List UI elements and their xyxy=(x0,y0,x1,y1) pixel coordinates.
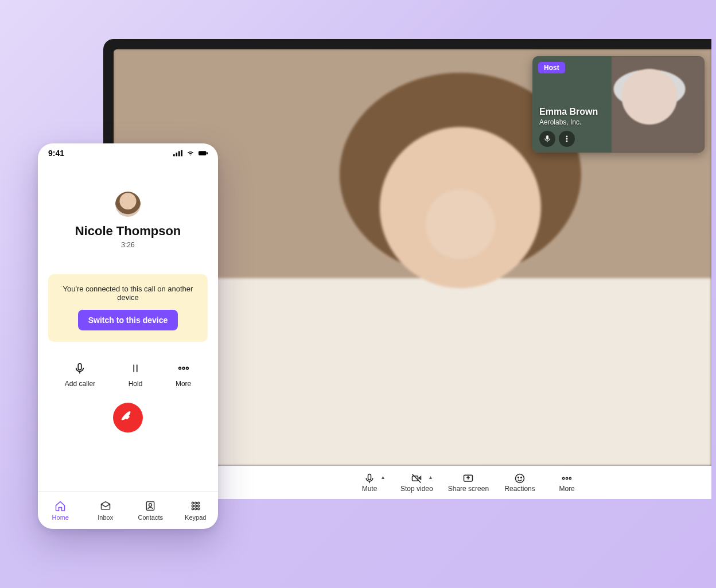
svg-rect-18 xyxy=(178,151,180,156)
svg-point-12 xyxy=(521,477,522,478)
svg-rect-16 xyxy=(173,154,175,157)
svg-point-14 xyxy=(566,477,567,479)
svg-point-36 xyxy=(197,505,199,507)
svg-rect-17 xyxy=(176,153,177,156)
more-horizontal-icon xyxy=(177,362,190,375)
wifi-icon xyxy=(186,150,195,157)
phone-nav-bar: Home Inbox Contacts Keypad xyxy=(38,491,218,529)
svg-point-1 xyxy=(566,136,567,137)
svg-point-27 xyxy=(182,367,185,369)
svg-point-2 xyxy=(566,138,567,139)
caller-avatar xyxy=(115,192,141,217)
svg-point-13 xyxy=(563,477,565,479)
svg-rect-29 xyxy=(147,501,154,510)
nav-inbox[interactable]: Inbox xyxy=(83,492,129,529)
mic-icon xyxy=(364,473,375,484)
mute-button[interactable]: ▴ Mute xyxy=(353,472,386,493)
status-time: 9:41 xyxy=(48,149,64,158)
svg-point-33 xyxy=(197,502,199,504)
pip-participant-name: Emma Brown xyxy=(539,107,598,117)
pip-more-button[interactable] xyxy=(559,131,575,147)
pause-icon xyxy=(129,362,142,375)
svg-point-32 xyxy=(194,502,196,504)
desktop-more-label: More xyxy=(559,485,574,493)
pip-thumbnail[interactable]: Host Emma Brown Aerolabs, Inc. xyxy=(532,56,705,153)
add-caller-button[interactable]: Add caller xyxy=(65,361,95,388)
chevron-up-icon[interactable]: ▴ xyxy=(429,474,432,480)
nav-contacts-label: Contacts xyxy=(138,514,163,521)
svg-point-35 xyxy=(194,505,196,507)
smile-icon xyxy=(514,473,526,484)
more-vertical-icon xyxy=(563,135,571,143)
contacts-icon xyxy=(145,500,156,512)
keypad-icon xyxy=(190,500,201,512)
share-screen-icon xyxy=(462,473,474,484)
home-icon xyxy=(55,500,66,512)
hold-label: Hold xyxy=(129,380,143,388)
hangup-button[interactable] xyxy=(113,403,143,433)
nav-keypad[interactable]: Keypad xyxy=(173,492,219,529)
svg-point-39 xyxy=(197,508,199,509)
reactions-label: Reactions xyxy=(504,485,535,493)
svg-point-11 xyxy=(518,477,519,478)
call-action-row: Add caller Hold More xyxy=(48,361,208,388)
pip-info: Emma Brown Aerolabs, Inc. xyxy=(539,107,598,147)
phone-more-button[interactable]: More xyxy=(176,361,191,388)
svg-point-3 xyxy=(566,141,567,142)
desktop-more-button[interactable]: More xyxy=(551,472,583,493)
switch-device-button[interactable]: Switch to this device xyxy=(78,310,178,330)
video-off-icon xyxy=(411,473,422,484)
svg-point-30 xyxy=(149,503,152,506)
svg-point-31 xyxy=(192,502,193,504)
nav-inbox-label: Inbox xyxy=(98,514,113,521)
nav-keypad-label: Keypad xyxy=(185,514,206,521)
svg-point-38 xyxy=(194,508,196,509)
device-switch-notice: You're connected to this call on another… xyxy=(48,274,208,342)
host-badge: Host xyxy=(538,62,565,73)
svg-point-28 xyxy=(186,367,188,369)
mute-label: Mute xyxy=(362,485,378,493)
notice-text: You're connected to this call on another… xyxy=(56,285,200,302)
nav-home[interactable]: Home xyxy=(38,492,83,529)
cellular-icon xyxy=(173,150,182,157)
inbox-icon xyxy=(100,500,111,512)
pip-mic-button[interactable] xyxy=(539,131,555,147)
share-screen-button[interactable]: Share screen xyxy=(448,472,489,493)
phone-call-screen: Nicole Thompson 3:26 You're connected to… xyxy=(38,163,218,491)
svg-point-34 xyxy=(192,505,193,507)
mic-icon xyxy=(543,135,551,143)
svg-rect-22 xyxy=(79,364,82,370)
svg-rect-20 xyxy=(199,151,207,155)
svg-rect-19 xyxy=(181,150,182,157)
stop-video-button[interactable]: ▴ Stop video xyxy=(400,472,433,493)
svg-point-10 xyxy=(516,474,524,483)
svg-point-15 xyxy=(569,477,571,479)
chevron-up-icon[interactable]: ▴ xyxy=(382,474,384,480)
add-caller-label: Add caller xyxy=(65,380,95,388)
svg-point-37 xyxy=(192,508,193,509)
share-screen-label: Share screen xyxy=(448,485,489,493)
phone-hangup-icon xyxy=(120,410,135,425)
stop-video-label: Stop video xyxy=(400,485,433,493)
nav-home-label: Home xyxy=(52,514,69,521)
status-indicators xyxy=(173,150,208,157)
phone-frame: 9:41 Nicole Thompson 3:26 You're connect… xyxy=(38,143,218,529)
nav-contacts[interactable]: Contacts xyxy=(128,492,173,529)
caller-name: Nicole Thompson xyxy=(75,224,181,239)
call-duration: 3:26 xyxy=(121,241,134,249)
phone-more-label: More xyxy=(176,380,191,388)
pip-participant-company: Aerolabs, Inc. xyxy=(539,118,598,126)
svg-point-26 xyxy=(178,367,181,369)
battery-icon xyxy=(199,150,208,157)
hold-button[interactable]: Hold xyxy=(129,361,143,388)
phone-status-bar: 9:41 xyxy=(38,143,218,163)
mic-icon xyxy=(73,362,86,375)
more-horizontal-icon xyxy=(561,473,573,484)
svg-rect-21 xyxy=(207,152,208,154)
reactions-button[interactable]: Reactions xyxy=(504,472,536,493)
svg-rect-5 xyxy=(368,474,371,480)
